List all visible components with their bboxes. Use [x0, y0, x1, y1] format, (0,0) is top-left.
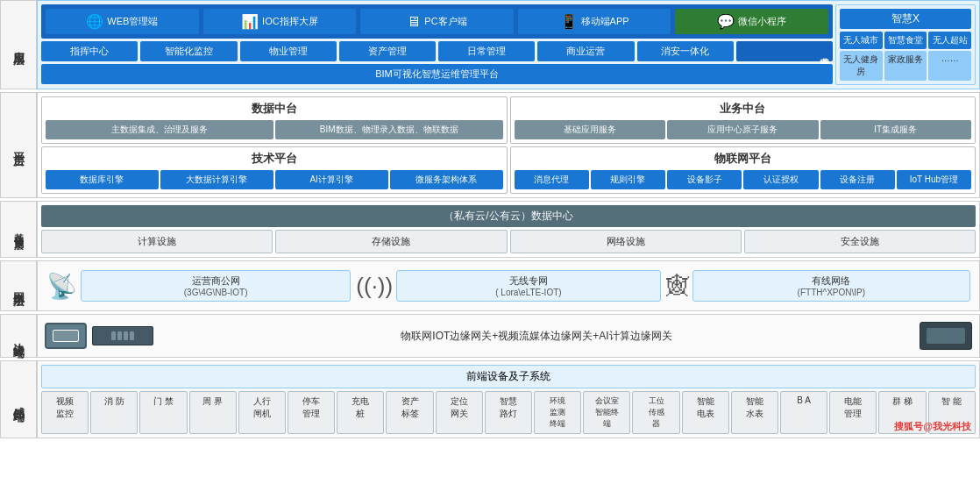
menu-ywfw[interactable]: 业主服务	[736, 41, 833, 61]
menu-zhihuizhongxin[interactable]: 指挥中心	[41, 41, 138, 61]
tech-platform-box: 技术平台 数据库引擎 大数据计算引擎 AI计算引擎 微服务架构体系	[41, 146, 508, 194]
menu-znhjk[interactable]: 智能化监控	[140, 41, 237, 61]
edge-layer: 边缘端 物联网IOT边缘网关+视频流媒体边缘网关+AI计算边缘网关	[0, 314, 980, 358]
infra-security: 安全设施	[744, 230, 976, 253]
edge-text: 物联网IOT边缘网关+视频流媒体边缘网关+AI计算边缘网关	[159, 329, 914, 344]
sensor-door: 门 禁	[139, 391, 187, 434]
sensor-meeting: 会议室 智能终 端	[583, 391, 630, 434]
sensor-water-meter: 智能 水表	[731, 391, 778, 434]
infra-storage: 存储设施	[275, 230, 507, 253]
globe-icon: 🌐	[86, 13, 103, 30]
platform-bottom-row: 技术平台 数据库引擎 大数据计算引擎 AI计算引擎 微服务架构体系 物联网平台 …	[41, 146, 976, 194]
carrier-network: 📡 运营商公网 (3G\4G\NB-IOT)	[46, 270, 351, 302]
wechat-icon: 💬	[717, 13, 735, 30]
network-layer-label: 网络层	[0, 260, 37, 311]
iot-item-3[interactable]: 认证授权	[743, 170, 818, 189]
biz-center-item-0[interactable]: 基础应用服务	[515, 120, 666, 139]
sensor-parking: 停车 管理	[288, 391, 335, 434]
mobile-icon: 📱	[560, 13, 578, 30]
edge-device-icon	[920, 322, 972, 350]
menu-rcgl[interactable]: 日常管理	[438, 41, 535, 61]
data-center-item-0[interactable]: 主数据集成、治理及服务	[46, 120, 273, 139]
platform-layer-label: 平台层	[0, 92, 37, 198]
iot-item-2[interactable]: 设备影子	[667, 170, 742, 189]
sensor-title: 前端设备及子系统	[41, 365, 976, 388]
chart-icon: 📊	[241, 13, 259, 30]
iot-item-5[interactable]: IoT Hub管理	[897, 170, 971, 189]
iot-platform-box: 物联网平台 消息代理 规则引擎 设备影子 认证授权 设备注册 IoT Hub管理	[510, 146, 976, 194]
sensor-perimeter: 周 界	[189, 391, 237, 434]
carrier-network-label: 运营商公网 (3G\4G\NB-IOT)	[81, 270, 351, 302]
sensor-layer-label: 感知端	[0, 360, 37, 438]
sensor-gate: 人行 闸机	[238, 391, 286, 434]
biz-center-box: 业务中台 基础应用服务 应用中心原子服务 IT集成服务	[510, 96, 976, 144]
wave-icon: ((·))	[356, 273, 393, 300]
menu-syyw[interactable]: 商业运营	[537, 41, 634, 61]
sensor-fire: 消 防	[90, 391, 138, 434]
sensor-env: 环境 监测 终端	[534, 391, 581, 434]
smart-x-section: 智慧X 无人城市 智慧食堂 无人超站 无人健身房 家政服务 ……	[835, 4, 976, 85]
infra-layer-label: 基础设施层	[0, 201, 37, 258]
tech-item-1[interactable]: 大数据计算引擎	[160, 170, 273, 189]
dc-label: （私有云/公有云）数据中心	[41, 205, 976, 227]
smart-x-item-5: ……	[928, 51, 971, 81]
iot-item-0[interactable]: 消息代理	[515, 170, 589, 189]
infra-items: 计算设施 存储设施 网络设施 安全设施	[41, 230, 976, 253]
wechat-btn[interactable]: 💬 微信小程序	[674, 8, 829, 35]
smart-x-item-4[interactable]: 家政服务	[884, 51, 927, 81]
smart-x-item-2[interactable]: 无人超站	[928, 32, 971, 49]
edge-layer-label: 边缘端	[0, 314, 37, 358]
wechat-label: 微信小程序	[738, 15, 786, 28]
network-section: 📡 运营商公网 (3G\4G\NB-IOT) ((·)) 无线专网 ( Lora…	[41, 265, 976, 307]
biz-center-title: 业务中台	[515, 101, 972, 117]
data-center-title: 数据中台	[46, 101, 503, 117]
infrastructure-layer: 基础设施层 （私有云/公有云）数据中心 计算设施 存储设施 网络设施 安全设施	[0, 201, 980, 258]
mobile-btn[interactable]: 📱 移动端APP	[517, 8, 672, 35]
bim-row: BIM可视化智慧运维管理平台	[41, 64, 833, 84]
menu-wygl[interactable]: 物业管理	[240, 41, 337, 61]
sensor-charging: 充电 桩	[337, 391, 384, 434]
sensor-energy: 电能 管理	[829, 391, 877, 434]
wired-network-label: 有线网络 (FTTH^XPON\IP)	[692, 270, 970, 302]
platform-top-row: 数据中台 主数据集成、治理及服务 BIM数据、物理录入数据、物联数据 业务中台 …	[41, 96, 976, 144]
sensor-items: 视频 监控 消 防 门 禁 周 界 人行 闸机 停车 管理 充电 桩 资产 标签…	[41, 391, 976, 434]
tech-item-0[interactable]: 数据库引擎	[46, 170, 159, 189]
edge-section: 物联网IOT边缘网关+视频流媒体边缘网关+AI计算边缘网关	[41, 318, 976, 353]
sensor-electric-meter: 智能 电表	[682, 391, 729, 434]
biz-center-item-1[interactable]: 应用中心原子服务	[667, 120, 819, 139]
web-mgmt-btn[interactable]: 🌐 WEB管理端	[45, 8, 200, 35]
wired-network: 🕸 有线网络 (FTTH^XPON\IP)	[666, 270, 970, 302]
sensor-asset: 资产 标签	[386, 391, 433, 434]
iot-platform-title: 物联网平台	[515, 151, 972, 167]
tech-platform-title: 技术平台	[46, 151, 503, 167]
monitor-icon: 🖥	[407, 14, 421, 30]
platform-layer: 平台层 数据中台 主数据集成、治理及服务 BIM数据、物理录入数据、物联数据 业…	[0, 92, 980, 198]
top-icons-row: 🌐 WEB管理端 📊 IOC指挥大屏 🖥 PC客户端 📱	[41, 4, 833, 39]
ioc-label: IOC指挥大屏	[262, 15, 318, 28]
data-center-item-1[interactable]: BIM数据、物理录入数据、物联数据	[275, 120, 503, 139]
smart-x-item-0[interactable]: 无人城市	[840, 32, 883, 49]
iot-item-4[interactable]: 设备注册	[820, 170, 895, 189]
watermark: 搜狐号@我光科技	[894, 420, 971, 433]
sensor-location: 定位 网关	[436, 391, 483, 434]
ioc-btn[interactable]: 📊 IOC指挥大屏	[202, 8, 358, 35]
data-center-box: 数据中台 主数据集成、治理及服务 BIM数据、物理录入数据、物联数据	[41, 96, 508, 144]
tech-item-2[interactable]: AI计算引擎	[275, 170, 388, 189]
pc-btn[interactable]: 🖥 PC客户端	[359, 8, 515, 35]
tech-item-3[interactable]: 微服务架构体系	[390, 170, 503, 189]
smart-x-item-1[interactable]: 智慧食堂	[884, 32, 927, 49]
sensor-light: 智慧 路灯	[485, 391, 532, 434]
sensor-ba: B A	[780, 391, 827, 434]
tower-icon: 📡	[46, 272, 77, 301]
fiber-icon: 🕸	[666, 273, 689, 300]
sensor-section: 前端设备及子系统 视频 监控 消 防 门 禁 周 界 人行 闸机 停车 管理 充…	[41, 365, 976, 434]
menu-xayth[interactable]: 消安一体化	[637, 41, 734, 61]
infra-network: 网络设施	[510, 230, 742, 253]
menu-zcgl[interactable]: 资产管理	[339, 41, 436, 61]
infra-compute: 计算设施	[41, 230, 273, 253]
iot-item-1[interactable]: 规则引擎	[591, 170, 665, 189]
smart-x-item-3[interactable]: 无人健身房	[840, 51, 883, 81]
biz-center-item-2[interactable]: IT集成服务	[820, 120, 972, 139]
app-layer-label: 应用层	[0, 0, 37, 89]
sensor-layer: 感知端 前端设备及子系统 视频 监控 消 防 门 禁 周 界 人行 闸机 停车 …	[0, 360, 980, 438]
